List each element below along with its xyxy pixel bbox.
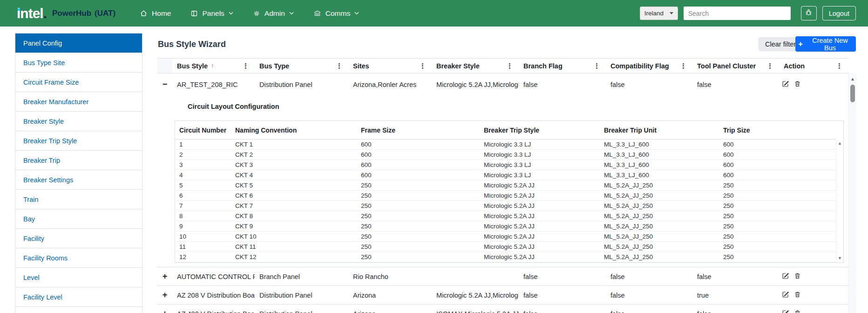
column-header-branch-flag[interactable]: Branch Flag⋮ xyxy=(519,59,606,73)
logout-button[interactable]: Logout xyxy=(822,6,856,20)
column-header-sites[interactable]: Sites⋮ xyxy=(348,59,432,73)
create-new-bus-label: Create New Bus xyxy=(807,37,853,52)
nav-item-home[interactable]: Home xyxy=(140,9,171,18)
sidebar-item-panel-config[interactable]: Panel Config xyxy=(15,33,142,53)
circuit-cell-naming-convention: CKT 6 xyxy=(231,191,357,200)
cell-action xyxy=(779,305,848,313)
create-new-bus-button[interactable]: + Create New Bus xyxy=(795,36,856,52)
bug-report-button[interactable] xyxy=(801,6,817,20)
nav-item-panels[interactable]: Panels xyxy=(190,9,233,18)
column-menu-icon[interactable]: ⋮ xyxy=(680,62,687,69)
edit-icon xyxy=(782,291,789,300)
bus-table-header-row: Bus Style↑⋮Bus Type⋮Sites⋮Breaker Style⋮… xyxy=(157,58,848,73)
edit-bus-button[interactable] xyxy=(782,291,789,300)
edit-icon xyxy=(782,272,789,281)
scrollbar-up-icon[interactable]: ▲ xyxy=(849,76,856,81)
sidebar-item-circuit-frame-size[interactable]: Circuit Frame Size xyxy=(15,73,142,92)
circuit-cell-breaker-trip-style: Micrologic 3.3 LJ xyxy=(480,160,600,170)
bus-table-row[interactable]: +AZ 208 V Distribution Boa...Distributio… xyxy=(157,286,848,304)
circuit-cell-naming-convention: CKT 10 xyxy=(231,232,357,241)
column-header-compatibility-flag[interactable]: Compatibility Flag⋮ xyxy=(606,59,692,73)
column-menu-icon[interactable]: ⋮ xyxy=(419,62,426,69)
region-select[interactable]: Ireland xyxy=(640,7,678,20)
expand-row-button[interactable]: + xyxy=(157,286,172,304)
circuit-table-scrollbar: ▲ ▼ xyxy=(836,140,843,262)
sidebar-item-breaker-manufacturer[interactable]: Breaker Manufacturer xyxy=(15,92,142,112)
scrollbar-thumb[interactable] xyxy=(850,85,855,102)
nav-item-label: Comms xyxy=(326,9,350,18)
collapse-row-button[interactable]: − xyxy=(157,73,172,95)
sidebar-item-label: Panel Config xyxy=(23,40,62,47)
circuit-cell-naming-convention: CKT 1 xyxy=(231,140,357,149)
circuit-cell-trip-size: 250 xyxy=(719,180,836,190)
gear-icon xyxy=(253,10,260,17)
nav-item-admin[interactable]: Admin xyxy=(253,9,294,18)
sidebar-item-level[interactable]: Level xyxy=(15,268,142,287)
edit-bus-button[interactable] xyxy=(782,80,789,89)
nav-item-comms[interactable]: Comms xyxy=(313,9,359,18)
edit-bus-button[interactable] xyxy=(782,272,789,281)
bus-table-row[interactable]: −AR_TEST_208_RICDistribution PanelArizon… xyxy=(157,73,848,95)
sidebar-item-bus-type-site[interactable]: Bus Type Site xyxy=(15,53,142,73)
circuit-cell-breaker-trip-unit: ML_3.3_LJ_600 xyxy=(600,150,719,160)
cell-compatibility-flag: false xyxy=(606,305,692,313)
sidebar-item-breaker-settings[interactable]: Breaker Settings xyxy=(15,170,142,190)
scroll-down-icon[interactable]: ▼ xyxy=(838,256,842,260)
sidebar-item-breaker-trip[interactable]: Breaker Trip xyxy=(15,151,142,170)
sidebar-item-facility[interactable]: Facility xyxy=(15,229,142,248)
column-header-breaker-style[interactable]: Breaker Style⋮ xyxy=(432,59,519,73)
sidebar-item-train[interactable]: Train xyxy=(15,190,142,209)
expand-row-button[interactable]: + xyxy=(157,305,172,313)
sidebar-item-site[interactable]: Site xyxy=(15,307,142,313)
sidebar-item-label: Breaker Manufacturer xyxy=(23,98,88,106)
column-header-bus-type[interactable]: Bus Type⋮ xyxy=(255,59,348,73)
delete-bus-button[interactable] xyxy=(794,272,801,281)
cell-branch-flag: false xyxy=(519,73,606,95)
cell-bus-style: AZ 480 V Distribution Boa... xyxy=(172,305,255,313)
table-vertical-scrollbar[interactable]: ▲ xyxy=(848,73,856,313)
cell-tool-panel-cluster: false xyxy=(692,305,779,313)
edit-bus-button[interactable] xyxy=(782,309,789,313)
delete-bus-button[interactable] xyxy=(794,309,801,313)
expand-row-button[interactable]: + xyxy=(157,267,172,286)
circuit-row: 12CKT 12250Micrologic 5.2A JJML_5.2A_JJ_… xyxy=(175,252,836,262)
column-menu-icon[interactable]: ⋮ xyxy=(836,62,843,69)
cell-compatibility-flag: false xyxy=(606,73,692,95)
sidebar-item-bay[interactable]: Bay xyxy=(15,209,142,229)
bus-table-row[interactable]: +AZ 480 V Distribution Boa...Distributio… xyxy=(157,304,848,313)
column-menu-icon[interactable]: ⋮ xyxy=(336,62,343,69)
intel-logo-text: intel xyxy=(17,6,43,21)
column-menu-icon[interactable]: ⋮ xyxy=(242,62,249,69)
column-header-action[interactable]: Action⋮ xyxy=(779,59,848,73)
intel-logo-period: . xyxy=(43,6,47,21)
sidebar-item-breaker-style[interactable]: Breaker Style xyxy=(15,112,142,131)
column-header-label-wrap: Action xyxy=(784,62,805,70)
search-input[interactable] xyxy=(684,7,791,20)
circuit-cell-breaker-trip-unit: ML_5.2A_JJ_250 xyxy=(600,221,719,231)
circuit-cell-frame-size: 600 xyxy=(357,150,480,160)
column-header-tool-panel-cluster[interactable]: Tool Panel Cluster⋮ xyxy=(692,59,779,73)
sidebar-item-label: Facility Level xyxy=(23,293,62,301)
sidebar-item-breaker-trip-style[interactable]: Breaker Trip Style xyxy=(15,131,142,151)
sidebar-item-facility-rooms[interactable]: Facility Rooms xyxy=(15,248,142,268)
cell-tool-panel-cluster: true xyxy=(692,286,779,304)
column-menu-icon[interactable]: ⋮ xyxy=(766,62,773,69)
circuit-cell-breaker-trip-style: Micrologic 3.3 LJ xyxy=(480,150,600,160)
circuit-column-header-naming-convention: Naming Convention xyxy=(231,121,357,139)
column-header-bus-style[interactable]: Bus Style↑⋮ xyxy=(172,59,255,73)
sidebar-item-facility-level[interactable]: Facility Level xyxy=(15,287,142,307)
chevron-down-icon xyxy=(229,12,233,15)
column-header-label-wrap: Tool Panel Cluster xyxy=(697,62,756,70)
column-menu-icon[interactable]: ⋮ xyxy=(593,62,600,69)
delete-bus-button[interactable] xyxy=(794,291,801,300)
column-menu-icon[interactable]: ⋮ xyxy=(506,62,513,69)
cell-breaker-style: Micrologic 5.2A JJ,Micrologic... xyxy=(432,73,519,95)
circuit-table-body: 1CKT 1600Micrologic 3.3 LJML_3.3_LJ_6006… xyxy=(175,140,843,262)
delete-bus-button[interactable] xyxy=(794,80,801,89)
edit-icon xyxy=(782,309,789,313)
column-header-label-wrap: Bus Type xyxy=(259,62,289,70)
bus-table-row[interactable]: +AUTOMATIC CONTROL P...Branch PanelRio R… xyxy=(157,267,848,286)
circuit-cell-breaker-trip-style: Micrologic 5.2A JJ xyxy=(480,180,600,190)
scroll-up-icon[interactable]: ▲ xyxy=(838,141,842,146)
cell-action xyxy=(779,73,848,95)
